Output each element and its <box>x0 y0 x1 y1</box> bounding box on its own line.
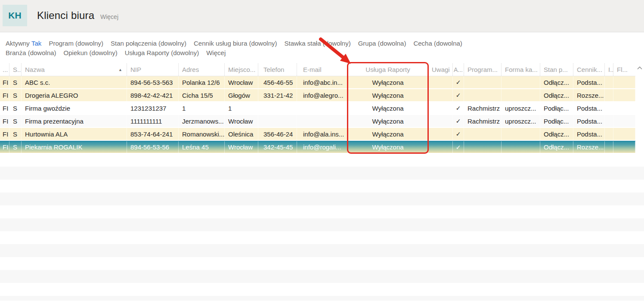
column-header-label: I... <box>608 66 613 73</box>
column-header-label: Uwagi <box>432 66 450 73</box>
table-cell-fl2 <box>613 115 635 127</box>
table-cell-telefon <box>258 102 297 114</box>
table-cell-adres: Jerzmanows... <box>179 115 225 127</box>
table-cell-i <box>605 89 613 101</box>
table-cell-uwagi <box>428 115 453 127</box>
table-cell-fl2 <box>613 141 635 153</box>
column-header-email[interactable]: E-mail <box>297 63 348 76</box>
table-cell-stan: Podłąc... <box>540 115 573 127</box>
column-header-forma[interactable]: Forma ka... <box>502 63 540 76</box>
table-cell-nazwa: Firma prezentacyjna <box>22 115 127 127</box>
table-cell-nip: 1231231237 <box>127 102 179 114</box>
table-cell-adres: Romanowski... <box>179 128 225 140</box>
table-cell-fl2 <box>613 89 635 101</box>
table-cell-cennik: Podsta... <box>573 115 605 127</box>
table-cell-a: ✓ <box>453 89 464 101</box>
filter-item[interactable]: Grupa (dowolna) <box>358 40 406 47</box>
table-cell-nip: 894-56-53-563 <box>127 76 179 88</box>
column-header-miejsco[interactable]: Miejsco... <box>225 63 258 76</box>
filter-item[interactable]: Stawka stała (dowolny) <box>284 40 350 47</box>
table-cell-usluga: Wyłączona <box>348 76 428 88</box>
sort-asc-icon: ▲ <box>118 68 122 72</box>
table-cell-nazwa: Drogeria ALEGRO <box>22 89 127 101</box>
column-header-adres[interactable]: Adres <box>179 63 225 76</box>
column-header-i[interactable]: I... <box>605 63 613 76</box>
filter-item[interactable]: Więcej <box>206 49 226 56</box>
column-header-label: Fl... <box>617 66 628 73</box>
table-cell-adres: Leśna 45 <box>179 141 225 153</box>
table-cell-miejsco: 1 <box>225 102 258 114</box>
table-cell-forma: uproszcz... <box>502 102 540 114</box>
header-more-link[interactable]: Więcej <box>100 13 118 20</box>
table-cell-program <box>464 128 502 140</box>
filter-row-1: Aktywny TakProgram (dowolny)Stan połącze… <box>6 38 644 48</box>
column-header-fl2[interactable]: Fl... <box>613 63 635 76</box>
table-cell-stan: Odłącz... <box>540 128 573 140</box>
column-header-s[interactable]: S... <box>9 63 22 76</box>
table-header-row: ...S...Nazwa▲NIPAdresMiejsco...TelefonE-… <box>0 63 635 76</box>
filter-item[interactable]: Opiekun (dowolny) <box>64 49 118 56</box>
table-cell-email: info@ala.ins... <box>297 128 348 140</box>
table-cell-nazwa: Piekarnia ROGALIK <box>22 141 127 153</box>
filter-item[interactable]: Cecha (dowolna) <box>413 40 462 47</box>
table-cell-email <box>297 102 348 114</box>
table-cell-nazwa: Firma gwoździe <box>22 102 127 114</box>
table-cell-nip: 898-42-42-421 <box>127 89 179 101</box>
table-row[interactable]: FISFirma gwoździe123123123711Wyłączona✓R… <box>0 102 635 115</box>
table-cell-fl1: FI <box>0 76 9 88</box>
filter-item[interactable]: Program (dowolny) <box>49 40 103 47</box>
filter-item[interactable]: Cennik usług biura (dowolny) <box>194 40 277 47</box>
filter-item-label: Stan połączenia (dowolny) <box>111 40 186 47</box>
table-cell-forma <box>502 141 540 153</box>
filter-item[interactable]: Aktywny Tak <box>6 40 41 47</box>
filter-item-label: Usługa Raporty (dowolny) <box>125 49 199 56</box>
table-cell-email: info@alegro... <box>297 89 348 101</box>
window-header: KH Klienci biura Więcej <box>0 0 644 32</box>
column-header-label: Forma ka... <box>505 66 538 73</box>
table-cell-miejsco: Wrocław <box>225 141 258 153</box>
table-cell-telefon: 331-21-42 <box>258 89 297 101</box>
table-cell-miejsco: Głogów <box>225 89 258 101</box>
scroll-up-icon[interactable] <box>636 65 643 71</box>
column-header-label: Telefon <box>263 66 284 73</box>
column-header-nazwa[interactable]: Nazwa▲ <box>22 63 127 76</box>
table-row[interactable]: FISABC s.c.894-56-53-563Polanka 12/6Wroc… <box>0 76 635 89</box>
column-header-program[interactable]: Program... <box>464 63 502 76</box>
column-header-cennik[interactable]: Cennik... <box>573 63 605 76</box>
table-cell-cennik: Rozsze... <box>573 89 605 101</box>
table-cell-stan: Podłąc... <box>540 102 573 114</box>
vertical-scrollbar[interactable] <box>635 64 644 154</box>
table-cell-i <box>605 128 613 140</box>
table-row[interactable]: FISFirma prezentacyjna1111111111Jerzmano… <box>0 115 635 128</box>
table-row[interactable]: FISHurtownia ALA853-74-64-241Romanowski.… <box>0 128 635 141</box>
table-cell-i <box>605 76 613 88</box>
column-header-a[interactable]: A... <box>453 63 464 76</box>
column-header-uwagi[interactable]: Uwagi <box>428 63 453 76</box>
table-cell-uwagi <box>428 128 453 140</box>
table-cell-miejsco: Wrocław <box>225 76 258 88</box>
table-cell-s: S <box>9 102 22 114</box>
table-cell-email: info@abc.in... <box>297 76 348 88</box>
column-header-label: NIP <box>130 66 141 73</box>
table-cell-telefon: 456-46-55 <box>258 76 297 88</box>
column-header-telefon[interactable]: Telefon <box>258 63 297 76</box>
column-header-label: ... <box>3 66 8 73</box>
table-row[interactable]: FISPiekarnia ROGALIK894-56-53-56Leśna 45… <box>0 141 635 154</box>
column-header-fl1[interactable]: ... <box>0 63 9 76</box>
table-cell-fl2 <box>613 76 635 88</box>
filter-item[interactable]: Stan połączenia (dowolny) <box>111 40 186 47</box>
table-cell-telefon <box>258 115 297 127</box>
column-header-stan[interactable]: Stan p... <box>540 63 573 76</box>
table-row[interactable]: FISDrogeria ALEGRO898-42-42-421Cicha 15/… <box>0 89 635 102</box>
filter-item[interactable]: Usługa Raporty (dowolny) <box>125 49 199 56</box>
table-cell-nazwa: Hurtownia ALA <box>22 128 127 140</box>
filter-item[interactable]: Branża (dowolna) <box>6 49 56 56</box>
filter-item-label: Stawka stała (dowolny) <box>284 40 350 47</box>
table-cell-nip: 1111111111 <box>127 115 179 127</box>
table-cell-nip: 894-56-53-56 <box>127 141 179 153</box>
column-header-nip[interactable]: NIP <box>127 63 179 76</box>
module-badge: KH <box>3 5 27 26</box>
table-cell-usluga: Wyłączona <box>348 128 428 140</box>
column-header-usluga[interactable]: Usługa Raporty <box>348 63 428 76</box>
table-cell-program: Rachmistrz <box>464 115 502 127</box>
